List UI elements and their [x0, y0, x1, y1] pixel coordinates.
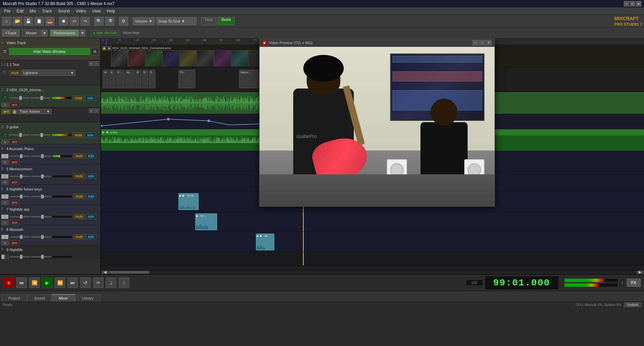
performance-btn[interactable]: Performance [50, 30, 79, 36]
text-clip-K[interactable]: K [109, 70, 115, 88]
audio-3-arm-btn[interactable]: arm [10, 139, 20, 144]
master-btn[interactable]: Master [22, 30, 41, 36]
text-track-icon[interactable]: T [1, 69, 8, 76]
video-track-icon[interactable]: 🎬 [1, 48, 8, 55]
add-track-btn[interactable]: +Track [2, 30, 20, 36]
audio-3-solo-btn[interactable]: solo [85, 133, 95, 138]
menu-sound[interactable]: Sound [55, 8, 72, 14]
text-track-mute-btn[interactable]: mute [9, 70, 21, 75]
rewind-start-btn[interactable]: ⏮ [16, 277, 27, 288]
audio-3-mute-btn[interactable]: mute [73, 133, 84, 138]
automation-arm-btn[interactable]: arm [1, 109, 11, 114]
midi-8-arm-btn[interactable]: arm [10, 240, 20, 245]
midi-8-fx-btn[interactable]: fx [1, 241, 9, 245]
audio-2-mute-btn[interactable]: mute [73, 96, 84, 101]
toolbar-redo-btn[interactable]: ↪ [80, 17, 90, 26]
midi-5-fx-btn[interactable]: fx [1, 180, 9, 185]
toolbar-home-btn[interactable]: ⌂ [2, 17, 11, 26]
text-clip-R2[interactable]: R [142, 70, 148, 88]
scroll-thumb[interactable] [109, 271, 149, 274]
track-volume-dropdown[interactable]: Track Volume ▼ [18, 109, 52, 114]
text-clip-R1[interactable]: R [135, 70, 141, 88]
toolbar-undo-btn[interactable]: ↩ [70, 17, 79, 26]
loop-btn[interactable]: ↺ [80, 277, 91, 288]
midi-track-9-fader2[interactable] [31, 256, 51, 257]
midi-5-mute-btn[interactable]: mute [73, 174, 85, 179]
meter-btn[interactable]: ↕ [118, 277, 129, 288]
midi-7-mute-btn[interactable]: mute [73, 214, 85, 219]
midi-clip-04[interactable]: ▶ 04 ... [195, 213, 217, 230]
midi-6-mute-btn[interactable]: mute [73, 194, 85, 199]
automation-remove-btn[interactable]: − [94, 108, 99, 113]
toolbar-open-btn[interactable]: 📂 [13, 17, 22, 26]
fx-btn[interactable]: FX [627, 279, 641, 287]
audio-track-2-fader[interactable] [9, 97, 29, 99]
audio-3-fx-btn[interactable]: fx [1, 140, 9, 144]
audio-track-2-fader2[interactable] [30, 97, 50, 99]
audio-2-arm-btn[interactable]: arm [10, 102, 20, 107]
midi-track-8-fader[interactable] [10, 236, 30, 238]
menu-edit[interactable]: Edit [14, 8, 26, 14]
audio-track-2-icon[interactable]: 🎵 [1, 95, 8, 101]
scroll-left-btn[interactable]: ◀ [102, 271, 108, 274]
midi-track-5-fader[interactable] [10, 176, 30, 177]
midi-track-7-fader2[interactable] [31, 216, 51, 217]
audio-track-3-fader2[interactable] [30, 134, 50, 136]
midi-6-arm-btn[interactable]: arm [10, 200, 20, 205]
toolbar-search-btn[interactable]: 🔍 [94, 17, 104, 26]
midi-8-solo-btn[interactable]: solo [86, 234, 96, 239]
automation-lock-btn[interactable]: 🔒 [12, 109, 17, 114]
forward-end-btn[interactable]: ⏭ [67, 277, 78, 288]
toolbar-search2-btn[interactable]: 🔎 [105, 17, 114, 26]
lightness-dropdown[interactable]: Lightness ▼ [22, 70, 75, 76]
performance-arrow-btn[interactable]: ▼ [79, 30, 86, 36]
arrangement-scrollbar[interactable]: ◀ ▶ [101, 270, 644, 274]
tab-sound[interactable]: Sound [27, 295, 52, 302]
midi-track-5-icon[interactable] [1, 174, 9, 179]
volume-dropdown[interactable]: Volume ▼ [133, 17, 155, 25]
time-btn[interactable]: Time [201, 17, 216, 25]
midi-8-mute-btn[interactable]: mute [73, 234, 85, 239]
text-track-add-btn[interactable]: + [89, 61, 94, 66]
audio-2-fx-btn[interactable]: fx [1, 103, 9, 107]
midi-track-8-fader2[interactable] [31, 236, 51, 238]
toolbar-save-as-btn[interactable]: 📋 [34, 17, 44, 26]
tab-library[interactable]: Library [75, 295, 101, 302]
master-arrow-btn[interactable]: ▼ [41, 30, 47, 36]
midi-track-5-fader2[interactable] [31, 176, 51, 177]
text-clip-M[interactable]: M [103, 70, 109, 88]
play-btn[interactable]: ▶ [42, 277, 53, 288]
midi-7-fx-btn[interactable]: fx [1, 220, 9, 225]
level-handle[interactable]: | [620, 278, 625, 287]
midi-track-7-fader[interactable] [10, 216, 30, 217]
midi-track-7-icon[interactable] [1, 214, 9, 219]
midi-track-4-icon[interactable] [1, 154, 9, 159]
arr-video-lock-icon[interactable]: 🔒 [102, 46, 106, 50]
midi-track-9-icon[interactable] [1, 254, 9, 259]
punch-btn[interactable]: ✂ [93, 277, 104, 288]
menu-file[interactable]: File [1, 8, 13, 14]
toolbar-save-btn[interactable]: 💾 [24, 17, 33, 26]
audio-2-solo-btn[interactable]: solo [85, 96, 95, 101]
midi-4-fx-btn[interactable]: fx [1, 160, 9, 165]
midi-4-mute-btn[interactable]: mute [73, 153, 85, 159]
midi-track-6-fader[interactable] [10, 196, 30, 197]
tab-project[interactable]: Project [1, 295, 27, 302]
midi-4-solo-btn[interactable]: solo [86, 153, 96, 159]
snap-dropdown[interactable]: Snap To Grid ▼ [156, 17, 197, 25]
text-clip-Ni[interactable]: Ni... [125, 70, 135, 88]
forward-btn[interactable]: ⏩ [55, 277, 65, 288]
menu-view[interactable]: View [89, 8, 103, 14]
midi-track-6-fader2[interactable] [31, 196, 51, 197]
video-preview-close-btn[interactable]: ✕ [486, 40, 492, 45]
scroll-right-btn[interactable]: ▶ [637, 271, 643, 274]
text-clip-Tri[interactable]: Tri... [178, 70, 195, 88]
midi-track-9-fader[interactable] [10, 256, 30, 257]
toolbar-export-btn[interactable]: 📤 [45, 17, 55, 26]
text-clip-F[interactable]: F... [116, 70, 125, 88]
midi-clip-03[interactable]: ▶ ⏺ 03 Ni... [178, 193, 199, 210]
menu-mix[interactable]: Mix [27, 8, 39, 14]
midi-track-4-fader2[interactable] [31, 155, 51, 157]
midi-5-solo-btn[interactable]: solo [86, 174, 96, 179]
audio-track-3-icon[interactable]: 🎵 [1, 132, 8, 138]
